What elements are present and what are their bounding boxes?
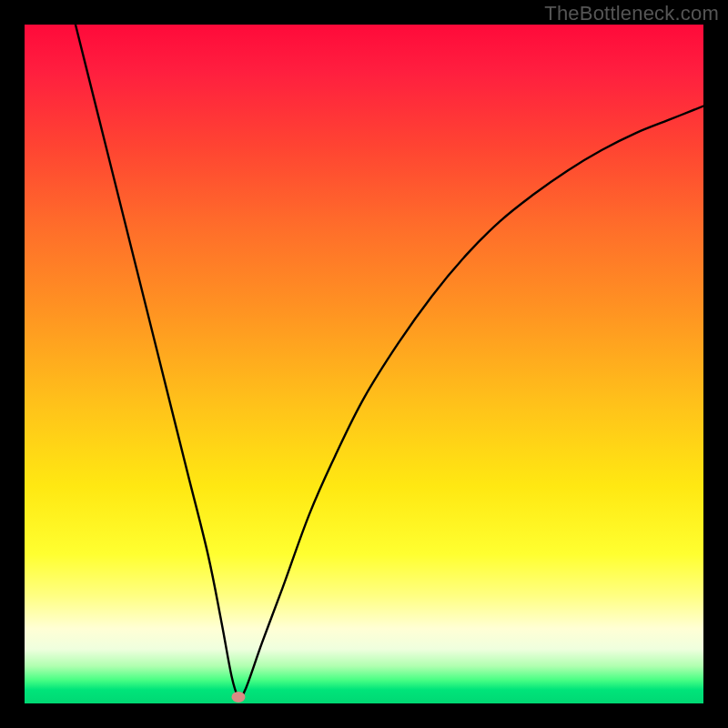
minimum-marker [231,692,245,703]
chart-background-gradient [25,25,703,703]
watermark-text: TheBottleneck.com [544,2,719,25]
chart-frame [25,25,703,703]
